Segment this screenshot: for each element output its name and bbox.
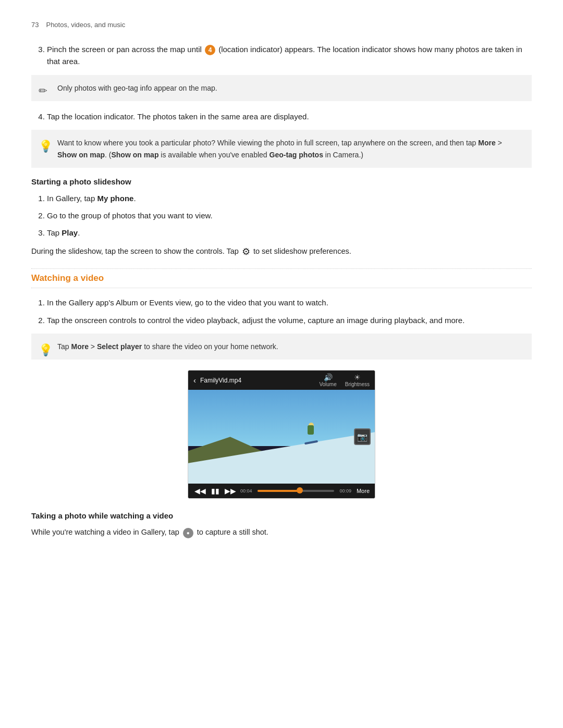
step-item-3: Pinch the screen or pan across the map u… [47, 43, 532, 68]
pencil-icon: ✏ [39, 82, 47, 99]
ws1-text: In the Gallery app's Album or Events vie… [47, 298, 328, 307]
step-list-4: Tap the location indicator. The photos t… [47, 110, 532, 122]
ss1-pre: In Gallery, tap [47, 194, 97, 203]
more-label[interactable]: More [357, 488, 370, 494]
tip1-text4: is available when you've enabled [158, 151, 269, 159]
taking-photo-body: While you're watching a video in Gallery… [31, 526, 532, 538]
ws2-text: Tap the onscreen controls to control the… [47, 316, 464, 325]
tip1-text5: in Camera.) [323, 151, 363, 159]
time-current: 00:04 [240, 488, 252, 493]
tip-box-1: 💡 Want to know where you took a particul… [31, 130, 532, 168]
slideshow-body: During the slideshow, tap the screen to … [31, 244, 532, 260]
video-topbar-left: ‹ FamilyVid.mp4 [193, 376, 241, 385]
camera-icon-inline [183, 528, 193, 538]
video-frame: 📷 [188, 390, 375, 484]
tip1-bold2: Show on map [57, 151, 105, 159]
lightbulb-icon-1: 💡 [39, 137, 53, 155]
ss1-post: . [133, 194, 136, 203]
tip1-text2: > [496, 139, 502, 147]
lightbulb-icon-2: 💡 [39, 341, 53, 359]
video-controls-bar: ◀◀ ▮▮ ▶▶ 00:04 00:09 More [188, 484, 375, 498]
location-badge: 4 [205, 45, 215, 55]
taking-photo-post: to capture a still shot. [197, 528, 268, 536]
page-header: 73 Photos, videos, and music [31, 21, 532, 29]
step-list-pinch: Pinch the screen or pan across the map u… [47, 43, 532, 68]
snowboarder-body [308, 425, 314, 435]
progress-bar[interactable] [258, 490, 335, 492]
ss3-post: . [78, 228, 80, 237]
brightness-label: ☀ Brightness [345, 373, 370, 387]
video-topbar-right: 🔊 Volume ☀ Brightness [319, 373, 370, 387]
video-filename: FamilyVid.mp4 [200, 377, 241, 384]
slideshow-heading: Starting a photo slideshow [31, 177, 532, 186]
tip1-bold3: Show on map [111, 151, 158, 159]
page-number: 73 [31, 21, 39, 29]
video-scene [188, 390, 375, 484]
watching-heading: Watching a video [31, 268, 532, 288]
brightness-icon: ☀ [354, 373, 361, 381]
taking-photo-pre: While you're watching a video in Gallery… [31, 528, 179, 536]
slideshow-step-3: Tap Play. [47, 227, 532, 239]
gear-icon: ⚙ [242, 244, 250, 260]
ss3-bold: Play [62, 228, 78, 237]
tip2-pre: Tap [57, 342, 71, 351]
slideshow-body-post: to set slideshow preferences. [253, 247, 351, 255]
watching-steps: In the Gallery app's Album or Events vie… [47, 297, 532, 326]
ss2-text: Go to the group of photos that you want … [47, 211, 213, 220]
tip2-bold1: More [71, 342, 88, 351]
watching-step-2: Tap the onscreen controls to control the… [47, 314, 532, 326]
slideshow-step-1: In Gallery, tap My phone. [47, 192, 532, 204]
slideshow-step-2: Go to the group of photos that you want … [47, 209, 532, 221]
skip-back-button[interactable]: ◀◀ [193, 487, 207, 495]
snowboarder-figure [303, 423, 319, 443]
camera-icon: 📷 [357, 432, 368, 442]
page-title-text: Photos, videos, and music [46, 21, 125, 29]
tip1-text-pre: Want to know where you took a particular… [57, 139, 478, 147]
video-player-screenshot: ‹ FamilyVid.mp4 🔊 Volume ☀ Brightness [188, 370, 375, 499]
tip2-text2: > [89, 342, 97, 351]
slideshow-body-pre: During the slideshow, tap the screen to … [31, 247, 239, 255]
volume-icon: 🔊 [324, 373, 333, 381]
ss3-pre: Tap [47, 228, 62, 237]
volume-label: 🔊 Volume [319, 373, 336, 387]
note-text: Only photos with geo-tag info appear on … [57, 84, 217, 92]
skip-forward-button[interactable]: ▶▶ [224, 487, 237, 495]
ss1-bold: My phone [97, 194, 133, 203]
taking-photo-heading: Taking a photo while watching a video [31, 511, 532, 520]
step3-text-pre: Pinch the screen or pan across the map u… [47, 45, 202, 54]
tip-box-2: 💡 Tap More > Select player to share the … [31, 334, 532, 360]
tip1-bold4: Geo-tag photos [270, 151, 323, 159]
pause-button[interactable]: ▮▮ [210, 487, 221, 495]
time-total: 00:09 [339, 488, 351, 493]
watching-step-1: In the Gallery app's Album or Events vie… [47, 297, 532, 309]
tip2-text3: to share the video on your home network. [142, 342, 278, 351]
slideshow-steps: In Gallery, tap My phone. Go to the grou… [47, 192, 532, 239]
tip2-bold2: Select player [97, 342, 142, 351]
video-topbar: ‹ FamilyVid.mp4 🔊 Volume ☀ Brightness [188, 371, 375, 390]
step4-text: Tap the location indicator. The photos t… [47, 112, 309, 121]
step-item-4: Tap the location indicator. The photos t… [47, 110, 532, 122]
camera-capture-button[interactable]: 📷 [354, 428, 371, 445]
tip1-bold1: More [478, 139, 495, 147]
progress-fill [258, 490, 300, 492]
tip1-text3: . ( [105, 151, 111, 159]
note-box-geotag: ✏ Only photos with geo-tag info appear o… [31, 75, 532, 101]
back-arrow-icon: ‹ [193, 376, 196, 385]
progress-thumb [297, 487, 303, 493]
